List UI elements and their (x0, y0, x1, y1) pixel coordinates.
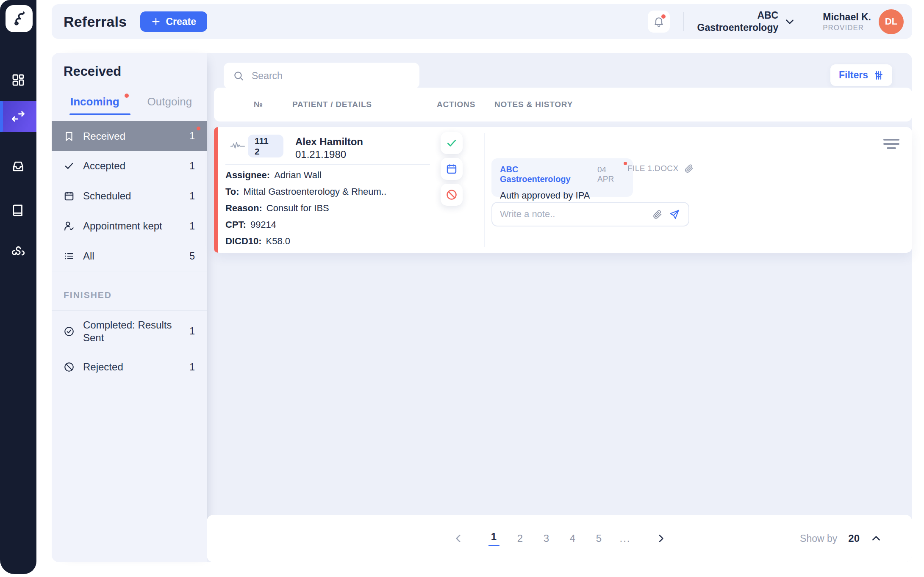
send-note-button[interactable] (667, 209, 682, 220)
sidebar-item-label: All (83, 250, 94, 262)
show-by-selector[interactable]: Show by 20 (800, 533, 882, 544)
page-button-3[interactable]: 3 (541, 533, 552, 544)
patient-name: Alex Hamilton (295, 135, 363, 148)
check-icon (64, 160, 75, 171)
send-icon (669, 209, 680, 220)
bookmark-icon (64, 131, 75, 142)
dashboard-grid-icon (11, 73, 25, 87)
top-bar-right: ABC Gastroenterology Michael K. PROVIDER… (648, 4, 912, 39)
column-header-notes-history: NOTES & HISTORY (494, 88, 573, 121)
book-icon (11, 203, 25, 218)
filters-button[interactable]: Filters (830, 64, 892, 86)
filters-button-label: Filters (839, 69, 868, 81)
chevron-left-icon (452, 533, 463, 544)
new-referral-accent-stripe (214, 127, 218, 253)
finished-nav: Completed: Results Sent 1 Rejected 1 (52, 310, 207, 382)
patient-dob: 01.21.1980 (295, 148, 363, 161)
sidebar-item-integrations[interactable] (0, 246, 36, 260)
sidebar-item-label: Appointment kept (83, 220, 162, 232)
sidebar-item-label: Rejected (83, 361, 123, 373)
tab-incoming-label: Incoming (70, 95, 119, 108)
note-author[interactable]: ABC Gastroenterology (500, 165, 591, 184)
notification-dot (661, 14, 666, 19)
direction-tabs: Incoming Outgoing (70, 95, 207, 115)
block-icon (446, 189, 458, 201)
show-by-label: Show by (800, 533, 837, 544)
pager: 1 2 3 4 5 ... (450, 531, 669, 546)
sidebar-item-dashboard[interactable] (0, 73, 36, 87)
column-header-number: № (254, 88, 263, 121)
column-header-actions: ACTIONS (437, 88, 475, 121)
attach-file-button[interactable] (648, 209, 667, 220)
column-header-patient-details: PATIENT / DETAILS (292, 88, 372, 121)
note-text: Auth approved by IPA (500, 190, 624, 201)
pagination-ellipsis: ... (619, 533, 630, 544)
sidebar-item-library[interactable] (0, 203, 36, 218)
avatar[interactable]: DL (879, 9, 904, 34)
note-input[interactable] (500, 209, 648, 220)
create-button-label: Create (166, 16, 196, 28)
org-name-line1: ABC (697, 9, 779, 22)
sidebar-item-received[interactable]: Received 1 (52, 121, 207, 151)
activity-waveform-icon (230, 141, 248, 153)
create-button[interactable]: Create (140, 11, 207, 32)
referral-number-badge: 111 2 (248, 135, 283, 157)
status-nav: Received 1 Accepted 1 Scheduled 1 (52, 121, 207, 271)
top-bar: Referrals Create ABC Gastroenterology (52, 4, 912, 39)
detail-reason: Reason:Consult for IBS (225, 203, 386, 213)
card-menu-button[interactable] (883, 139, 899, 152)
item-count: 1 (189, 130, 195, 142)
page-button-1[interactable]: 1 (488, 531, 499, 546)
note-message: ABC Gastroenterology 04 APR Auth approve… (491, 158, 633, 197)
chevron-right-icon (655, 533, 666, 544)
search-input[interactable] (252, 70, 410, 82)
pagination-bar: 1 2 3 4 5 ... Show by 20 (207, 515, 912, 562)
page-title: Referrals (64, 14, 127, 30)
reject-referral-button[interactable] (441, 184, 463, 206)
sidebar-item-label: Accepted (83, 160, 125, 172)
content-area: Received Incoming Outgoing Received 1 (52, 53, 912, 562)
sidebar-item-label: Received (83, 130, 125, 143)
inbox-icon (11, 159, 25, 174)
page-button-5[interactable]: 5 (593, 533, 604, 544)
calendar-icon (446, 163, 458, 175)
schedule-referral-button[interactable] (441, 158, 463, 180)
sidebar-item-accepted[interactable]: Accepted 1 (52, 151, 207, 181)
list-icon (64, 251, 75, 262)
search-icon (233, 70, 244, 81)
table-header-row: № PATIENT / DETAILS ACTIONS NOTES & HIST… (214, 88, 912, 121)
page-button-2[interactable]: 2 (514, 533, 525, 544)
item-count: 5 (189, 251, 195, 262)
tab-incoming[interactable]: Incoming (70, 95, 119, 115)
next-page-button[interactable] (653, 533, 669, 544)
finished-section-label: FINISHED (64, 290, 207, 300)
sidebar-item-scheduled[interactable]: Scheduled 1 (52, 181, 207, 211)
divider (809, 12, 809, 31)
referral-card[interactable]: 111 2 Alex Hamilton 01.21.1980 Assignee:… (214, 127, 912, 253)
attached-file[interactable]: FILE 1.DOCX (627, 163, 694, 174)
organization-switcher[interactable]: ABC Gastroenterology (697, 9, 796, 34)
accept-referral-button[interactable] (441, 132, 463, 154)
tab-outgoing[interactable]: Outgoing (147, 95, 192, 115)
item-count: 1 (189, 190, 195, 202)
previous-page-button[interactable] (450, 533, 466, 544)
notifications-button[interactable] (648, 11, 670, 33)
sidebar-item-appointment-kept[interactable]: Appointment kept 1 (52, 211, 207, 241)
sidebar-item-all[interactable]: All 5 (52, 241, 207, 271)
item-count: 1 (189, 221, 195, 232)
sidebar-item-referrals-active[interactable] (0, 101, 36, 132)
sidebar-item-completed-results-sent[interactable]: Completed: Results Sent 1 (52, 310, 207, 352)
app-logo[interactable] (6, 5, 33, 32)
user-menu[interactable]: Michael K. PROVIDER DL (823, 9, 904, 34)
page-button-4[interactable]: 4 (567, 533, 578, 544)
sidebar-item-inbox[interactable] (0, 159, 36, 174)
sidebar-item-rejected[interactable]: Rejected 1 (52, 352, 207, 382)
user-name: Michael K. (823, 11, 871, 22)
org-name-line2: Gastroenterology (697, 22, 779, 34)
person-check-icon (64, 221, 75, 232)
user-role: PROVIDER (823, 24, 871, 32)
circle-check-icon (64, 326, 75, 337)
plus-icon (151, 17, 161, 26)
filters-panel: Received Incoming Outgoing Received 1 (52, 53, 207, 562)
transfer-arrows-icon (11, 109, 26, 124)
